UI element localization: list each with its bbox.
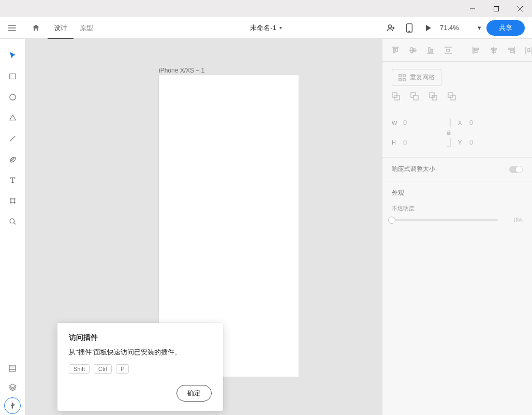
svg-rect-51 (432, 95, 434, 97)
plugins-panel-button[interactable] (0, 396, 25, 415)
opacity-slider[interactable] (392, 219, 498, 221)
share-button[interactable]: 共享 (486, 20, 525, 36)
svg-rect-32 (474, 51, 477, 52)
svg-rect-48 (413, 95, 418, 100)
key-p: P (116, 364, 129, 374)
responsive-toggle[interactable] (509, 166, 523, 173)
zoom-value: 71.4% (440, 24, 459, 32)
key-ctrl: Ctrl (94, 364, 112, 374)
menu-button[interactable] (0, 17, 24, 39)
device-preview-icon[interactable] (403, 17, 416, 39)
responsive-section: 响应式调整大小 (382, 158, 532, 181)
svg-point-13 (10, 219, 14, 223)
maximize-button[interactable] (484, 0, 508, 17)
chevron-down-icon: ▾ (279, 25, 282, 31)
left-toolbar (0, 39, 25, 415)
assets-panel-button[interactable] (0, 359, 25, 378)
geometry-section: W 0 X 0 H 0 Y 0 (382, 108, 532, 158)
repeat-grid-button[interactable]: 重复网格 (392, 69, 441, 86)
bool-subtract-icon[interactable] (410, 92, 419, 101)
svg-rect-41 (528, 49, 530, 52)
distribute-v-icon[interactable] (444, 46, 453, 55)
text-tool[interactable] (0, 169, 25, 190)
tab-prototype[interactable]: 原型 (73, 17, 99, 39)
home-button[interactable] (24, 17, 48, 39)
svg-point-10 (9, 94, 15, 99)
svg-rect-15 (9, 365, 16, 371)
zoom-dropdown[interactable]: 71.4% ▾ (440, 24, 481, 32)
ellipse-tool[interactable] (0, 87, 25, 107)
svg-rect-37 (509, 48, 513, 50)
bool-intersect-icon[interactable] (429, 92, 437, 101)
layers-panel-button[interactable] (0, 378, 25, 396)
x-label: X (458, 120, 465, 126)
artboard-title[interactable]: iPhone X/XS – 1 (159, 67, 204, 74)
invite-user-icon[interactable] (384, 17, 397, 39)
distribute-h-icon[interactable] (524, 46, 532, 55)
svg-point-4 (389, 25, 392, 28)
close-button[interactable] (508, 0, 532, 17)
artboard-tool[interactable] (0, 190, 25, 211)
coach-mark-popover: 访问插件 从"插件"面板快速访问已安装的插件。 Shift Ctrl P 确定 (57, 323, 223, 411)
boolean-ops-row (392, 92, 523, 101)
popover-body: 从"插件"面板快速访问已安装的插件。 (69, 348, 212, 357)
svg-rect-42 (399, 74, 401, 76)
shortcut-keys: Shift Ctrl P (69, 364, 212, 374)
svg-rect-45 (403, 78, 405, 80)
inspector-panel: 重复网格 W 0 X 0 H (382, 39, 532, 415)
svg-rect-25 (428, 48, 430, 52)
align-left-icon[interactable] (471, 46, 481, 55)
repeat-grid-section: 重复网格 (382, 62, 532, 108)
opacity-label: 不透明度 (392, 205, 523, 212)
minimize-button[interactable] (461, 0, 484, 17)
document-title-dropdown[interactable]: 未命名-1 ▾ (250, 23, 282, 33)
svg-rect-9 (9, 74, 15, 79)
line-tool[interactable] (0, 128, 25, 149)
width-input[interactable]: 0 (403, 119, 439, 127)
svg-rect-26 (431, 49, 433, 52)
y-label: Y (458, 139, 465, 146)
window-titlebar (0, 0, 532, 17)
rectangle-tool[interactable] (0, 66, 25, 87)
select-tool[interactable] (0, 45, 25, 66)
opacity-value: 0% (505, 217, 523, 224)
align-row (382, 39, 532, 62)
svg-rect-1 (494, 6, 499, 11)
bool-exclude-icon[interactable] (448, 92, 456, 101)
top-nav: 设计 原型 未命名-1 ▾ 71.4% ▾ 共享 (0, 17, 532, 39)
align-vcenter-icon[interactable] (408, 46, 418, 55)
svg-rect-31 (474, 48, 479, 50)
responsive-label: 响应式调整大小 (392, 165, 435, 174)
tab-design[interactable]: 设计 (48, 17, 73, 39)
x-input[interactable]: 0 (469, 119, 506, 127)
document-title: 未命名-1 (250, 23, 276, 33)
chevron-down-icon: ▾ (478, 24, 481, 32)
svg-rect-19 (393, 48, 395, 53)
polygon-tool[interactable] (0, 107, 25, 128)
popover-title: 访问插件 (69, 333, 212, 342)
canvas-area[interactable]: iPhone X/XS – 1 访问插件 从"插件"面板快速访问已安装的插件。 … (25, 39, 382, 415)
play-preview-icon[interactable] (421, 17, 435, 39)
align-top-icon[interactable] (391, 46, 400, 55)
height-label: H (392, 139, 399, 146)
svg-line-11 (10, 136, 15, 141)
pen-tool[interactable] (0, 149, 25, 169)
y-input[interactable]: 0 (469, 138, 506, 147)
lock-aspect-icon[interactable] (444, 119, 454, 147)
zoom-tool[interactable] (0, 211, 25, 232)
svg-rect-29 (447, 49, 450, 51)
height-input[interactable]: 0 (403, 138, 439, 147)
svg-rect-44 (399, 78, 401, 80)
ok-button[interactable]: 确定 (176, 385, 212, 402)
align-hcenter-icon[interactable] (489, 46, 498, 55)
appearance-section: 外观 不透明度 0% (382, 181, 532, 231)
width-label: W (392, 120, 399, 126)
svg-rect-12 (10, 198, 14, 202)
align-bottom-icon[interactable] (426, 46, 435, 55)
bool-add-icon[interactable] (392, 92, 400, 101)
svg-rect-38 (510, 51, 513, 52)
svg-line-14 (13, 222, 16, 224)
key-shift: Shift (69, 364, 90, 374)
repeat-grid-label: 重复网格 (410, 73, 435, 82)
align-right-icon[interactable] (507, 46, 516, 55)
